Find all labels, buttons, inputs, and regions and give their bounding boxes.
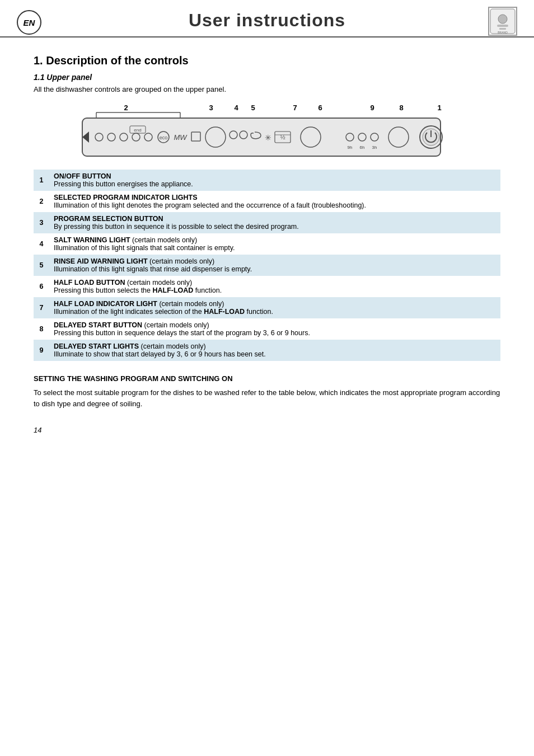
svg-point-1 xyxy=(498,15,507,24)
svg-text:2: 2 xyxy=(124,104,128,112)
control-description: RINSE AID WARNING LIGHT (certain models … xyxy=(49,255,500,276)
svg-text:BRAND: BRAND xyxy=(498,31,508,34)
page-number: 14 xyxy=(34,426,500,434)
control-description: SALT WARNING LIGHT (certain models only)… xyxy=(49,233,500,255)
main-content: 1. Description of the controls 1.1 Upper… xyxy=(0,43,534,445)
table-row: 8 DELAYED START BUTTON (certain models o… xyxy=(34,318,500,340)
setting-section-title: SETTING THE WASHING PROGRAM AND SWITCHIN… xyxy=(34,374,500,383)
control-panel-diagram: 2 3 4 5 7 6 9 8 1 xyxy=(34,102,500,164)
control-number: 4 xyxy=(34,233,49,255)
subsection-title: 1.1 Upper panel xyxy=(34,73,500,82)
svg-rect-17 xyxy=(82,118,441,156)
control-description: ON/OFF BUTTON Pressing this button energ… xyxy=(49,170,500,191)
table-row: 2 SELECTED PROGRAM INDICATOR LIGHTS Illu… xyxy=(34,191,500,212)
control-number: 8 xyxy=(34,318,49,340)
svg-text:✳: ✳ xyxy=(265,133,271,142)
lang-label: EN xyxy=(24,18,35,27)
control-description: PROGRAM SELECTION BUTTON By pressing thi… xyxy=(49,212,500,233)
table-row: 9 DELAYED START LIGHTS (certain models o… xyxy=(34,340,500,361)
control-number: 5 xyxy=(34,255,49,276)
brand-logo: BRAND xyxy=(488,7,517,36)
svg-text:3h: 3h xyxy=(372,145,377,150)
svg-rect-3 xyxy=(499,28,506,30)
control-number: 9 xyxy=(34,340,49,361)
svg-text:eco: eco xyxy=(160,135,168,140)
svg-text:5: 5 xyxy=(251,104,255,112)
svg-text:3: 3 xyxy=(209,104,213,112)
control-number: 2 xyxy=(34,191,49,212)
control-number: 3 xyxy=(34,212,49,233)
svg-text:9: 9 xyxy=(370,104,374,112)
svg-text:6h: 6h xyxy=(360,145,365,150)
control-description: HALF LOAD INDICATOR LIGHT (certain model… xyxy=(49,297,500,318)
table-row: 7 HALF LOAD INDICATOR LIGHT (certain mod… xyxy=(34,297,500,318)
table-row: 4 SALT WARNING LIGHT (certain models onl… xyxy=(34,233,500,255)
svg-rect-2 xyxy=(497,25,508,27)
page-header: EN User instructions BRAND xyxy=(0,0,534,37)
table-row: 6 HALF LOAD BUTTON (certain models only)… xyxy=(34,276,500,297)
svg-text:MW: MW xyxy=(174,133,188,142)
control-description: DELAYED START BUTTON (certain models onl… xyxy=(49,318,500,340)
table-row: 1 ON/OFF BUTTON Pressing this button ene… xyxy=(34,170,500,191)
svg-text:end: end xyxy=(134,128,141,133)
control-description: HALF LOAD BUTTON (certain models only) P… xyxy=(49,276,500,297)
control-number: 7 xyxy=(34,297,49,318)
page-title: User instructions xyxy=(189,10,345,31)
diagram-svg: 2 3 4 5 7 6 9 8 1 xyxy=(77,102,457,164)
svg-text:6: 6 xyxy=(318,104,322,112)
intro-text: All the dishwasher controls are grouped … xyxy=(34,85,500,93)
controls-table: 1 ON/OFF BUTTON Pressing this button ene… xyxy=(34,170,500,361)
language-badge: EN xyxy=(17,10,41,35)
svg-text:9h: 9h xyxy=(348,145,353,150)
svg-text:8: 8 xyxy=(399,104,403,112)
control-description: DELAYED START LIGHTS (certain models onl… xyxy=(49,340,500,361)
control-description: SELECTED PROGRAM INDICATOR LIGHTS Illumi… xyxy=(49,191,500,212)
control-number: 6 xyxy=(34,276,49,297)
svg-text:1: 1 xyxy=(437,104,441,112)
section-title: 1. Description of the controls xyxy=(34,54,500,67)
setting-text: To select the most suitable program for … xyxy=(34,387,500,409)
table-row: 3 PROGRAM SELECTION BUTTON By pressing t… xyxy=(34,212,500,233)
control-number: 1 xyxy=(34,170,49,191)
svg-text:7: 7 xyxy=(293,104,297,112)
svg-text:4: 4 xyxy=(234,104,238,112)
table-row: 5 RINSE AID WARNING LIGHT (certain model… xyxy=(34,255,500,276)
